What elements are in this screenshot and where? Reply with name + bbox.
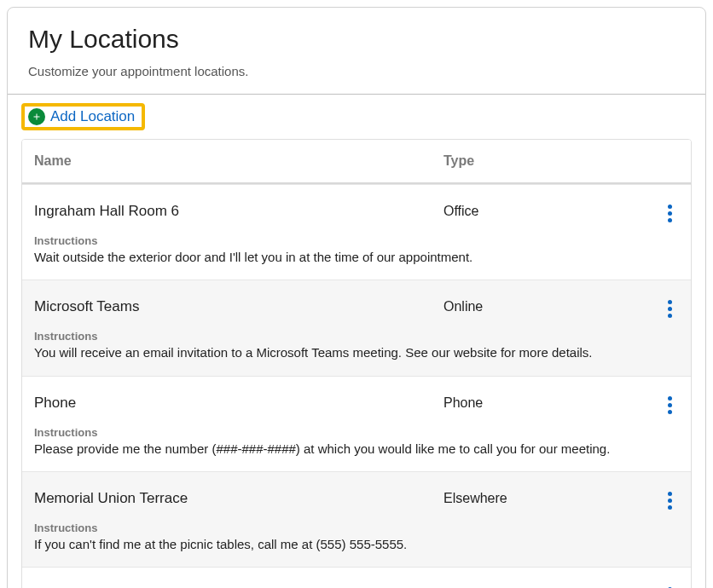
locations-panel: My Locations Customize your appointment … [7,7,706,588]
plus-circle-icon [28,108,45,125]
location-type: Online [443,299,645,314]
add-location-button[interactable]: Add Location [21,103,145,130]
location-type: Elsewhere [443,491,645,506]
instructions-text: Please provide me the number (###-###-##… [34,441,679,458]
kebab-dot-icon [668,499,672,503]
column-header-actions [645,153,679,169]
kebab-dot-icon [668,300,672,304]
row-actions-menu-button[interactable] [661,488,679,513]
instructions-text: Wait outside the exterior door and I'll … [34,249,679,266]
locations-table: Name Type Ingraham Hall Room 6 Office In… [21,139,692,588]
kebab-dot-icon [668,505,672,510]
page-title: My Locations [28,25,685,54]
instructions-label: Instructions [34,234,679,247]
table-row: Zoom Online Instructions Join here at th… [22,567,691,588]
kebab-dot-icon [668,396,672,401]
table-row: Ingraham Hall Room 6 Office Instructions… [22,184,691,280]
kebab-dot-icon [668,307,672,311]
page-subtitle: Customize your appointment locations. [28,64,685,78]
instructions-text: You will receive an email invitation to … [34,344,679,361]
kebab-dot-icon [668,314,672,318]
kebab-dot-icon [668,410,672,414]
column-header-type: Type [443,153,645,169]
location-type: Phone [443,395,645,411]
kebab-dot-icon [668,211,672,216]
toolbar: Add Location [8,95,705,137]
panel-header: My Locations Customize your appointment … [8,8,705,95]
table-row: Memorial Union Terrace Elsewhere Instruc… [22,471,691,567]
table-row: Phone Phone Instructions Please provide … [22,376,691,471]
instructions-text: If you can't find me at the picnic table… [34,536,679,553]
table-header-row: Name Type [22,140,691,184]
kebab-dot-icon [668,403,672,407]
instructions-label: Instructions [34,522,679,534]
location-name: Phone [34,395,443,412]
row-actions-menu-button[interactable] [661,393,679,418]
location-type: Office [443,204,645,219]
location-name: Ingraham Hall Room 6 [34,203,443,220]
location-name: Memorial Union Terrace [34,490,443,507]
location-name: Microsoft Teams [34,298,443,315]
add-location-label: Add Location [50,108,135,125]
kebab-dot-icon [668,492,672,496]
instructions-label: Instructions [34,426,679,439]
row-actions-menu-button[interactable] [661,584,679,588]
column-header-name: Name [34,153,443,169]
instructions-label: Instructions [34,330,679,343]
row-actions-menu-button[interactable] [661,201,679,226]
kebab-dot-icon [668,218,672,222]
kebab-dot-icon [668,205,672,209]
table-row: Microsoft Teams Online Instructions You … [22,280,691,375]
row-actions-menu-button[interactable] [661,297,679,321]
